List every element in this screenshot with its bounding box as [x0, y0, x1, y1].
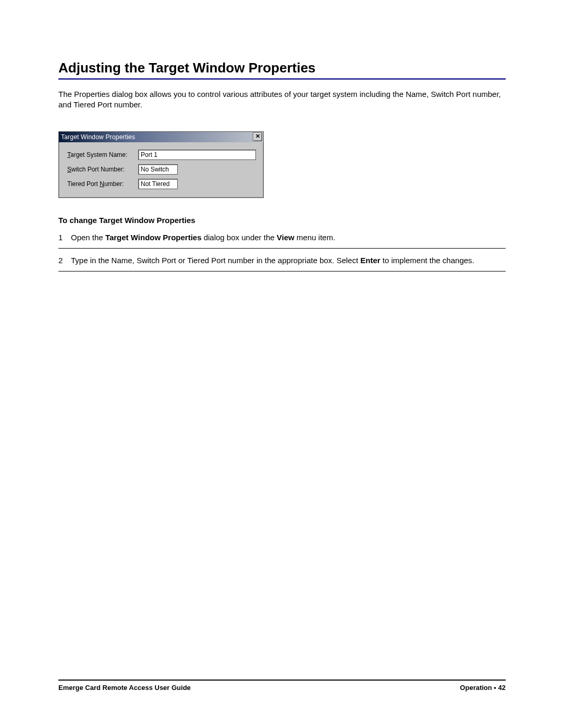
text: dialog box under the — [202, 233, 277, 242]
label-text: arget System Name: — [70, 151, 127, 158]
footer-right: Operation • 42 — [460, 684, 506, 692]
footer-rule — [58, 680, 506, 681]
intro-paragraph: The Properties dialog box allows you to … — [58, 89, 506, 110]
label-text: Tiered Port — [67, 180, 100, 188]
footer-section: Operation — [460, 684, 492, 692]
step-2: 2 Type in the Name, Switch Port or Tiere… — [58, 255, 506, 272]
heading-rule — [58, 78, 506, 80]
step-body: Open the Target Window Properties dialog… — [71, 232, 506, 243]
section-heading: Adjusting the Target Window Properties — [58, 60, 506, 76]
step-body: Type in the Name, Switch Port or Tiered … — [71, 255, 506, 266]
label-switch-port-number: Switch Port Number: — [67, 166, 138, 173]
text: menu item. — [295, 233, 335, 242]
close-icon[interactable]: ✕ — [253, 132, 262, 141]
row-target-system-name: Target System Name: Port 1 — [67, 150, 258, 160]
subheading: To change Target Window Properties — [58, 216, 506, 225]
page-footer: Emerge Card Remote Access User Guide Ope… — [58, 680, 506, 692]
footer-left: Emerge Card Remote Access User Guide — [58, 684, 191, 692]
dialog-title: Target Window Properties — [61, 133, 253, 141]
label-tiered-port-number: Tiered Port Number: — [67, 180, 138, 188]
label-target-system-name: Target System Name: — [67, 151, 138, 158]
mnemonic: N — [100, 180, 104, 188]
steps-list: 1 Open the Target Window Properties dial… — [58, 232, 506, 272]
step-number: 1 — [58, 232, 71, 243]
target-window-properties-dialog: Target Window Properties ✕ Target System… — [58, 131, 264, 198]
row-tiered-port-number: Tiered Port Number: Not Tiered — [67, 179, 258, 189]
footer-page: 42 — [498, 684, 506, 692]
input-switch-port-number[interactable]: No Switch — [138, 164, 178, 175]
input-target-system-name[interactable]: Port 1 — [138, 150, 256, 160]
text: Type in the Name, Switch Port or Tiered … — [71, 256, 360, 265]
label-text: witch Port Number: — [71, 166, 125, 173]
label-text: umber: — [104, 180, 124, 188]
bold-text: Enter — [360, 256, 380, 265]
bold-text: View — [277, 233, 295, 242]
row-switch-port-number: Switch Port Number: No Switch — [67, 164, 258, 175]
dialog-body: Target System Name: Port 1 Switch Port N… — [59, 142, 263, 198]
text: to implement the changes. — [381, 256, 474, 265]
step-number: 2 — [58, 255, 71, 266]
bold-text: Target Window Properties — [105, 233, 202, 242]
text: Open the — [71, 233, 105, 242]
footer-bullet: • — [492, 684, 498, 692]
step-1: 1 Open the Target Window Properties dial… — [58, 232, 506, 249]
dialog-titlebar: Target Window Properties ✕ — [59, 132, 263, 142]
mnemonic: S — [67, 166, 71, 173]
input-tiered-port-number[interactable]: Not Tiered — [138, 179, 178, 189]
